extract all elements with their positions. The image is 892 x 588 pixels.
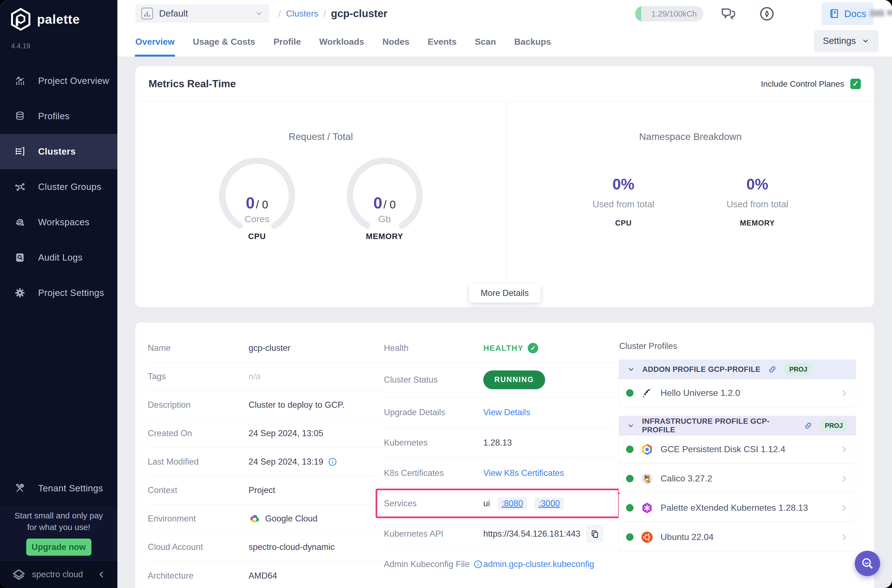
cpu-gauge: 0 / 0 Cores CPU	[212, 150, 303, 241]
copy-api-button[interactable]	[587, 525, 603, 543]
cluster-name-value: gcp-cluster	[249, 343, 291, 353]
tab-nodes[interactable]: Nodes	[383, 27, 410, 57]
tab-usage-costs[interactable]: Usage & Costs	[193, 27, 255, 57]
project-overview-icon	[14, 75, 26, 86]
memory-gauge: 0 / 0 Gb MEMORY	[339, 150, 430, 241]
tab-profile[interactable]: Profile	[273, 27, 301, 57]
sidebar-item-audit-logs[interactable]: Audit Logs	[0, 240, 117, 275]
pack-status-dot	[626, 533, 634, 541]
chevron-down-icon	[255, 9, 263, 18]
sidebar-item-project-settings[interactable]: Project Settings	[0, 275, 117, 310]
service-port-3000-link[interactable]: :3000	[535, 498, 564, 510]
link-icon[interactable]	[803, 421, 813, 430]
tab-scan[interactable]: Scan	[475, 27, 496, 57]
spectro-cloud-label: spectro cloud	[32, 570, 92, 579]
link-icon[interactable]	[768, 364, 777, 374]
status-row-services: Services ui :8080 :3000	[384, 488, 616, 519]
namespace-cpu-caption: Used from total	[582, 199, 665, 210]
breadcrumb-current: gcp-cluster	[331, 8, 387, 20]
healthy-check-icon: ✓	[528, 343, 538, 353]
gear-icon	[14, 287, 26, 298]
more-details-button[interactable]: More Details	[469, 284, 541, 303]
tab-events[interactable]: Events	[428, 27, 457, 57]
sidebar-item-tenant-settings[interactable]: Tenant Settings	[0, 471, 117, 506]
tab-workloads[interactable]: Workloads	[319, 27, 364, 57]
tab-backups[interactable]: Backups	[514, 27, 551, 57]
clusters-icon	[14, 146, 26, 157]
kubeconfig-file-link[interactable]: admin.gcp-cluster.kubeconfig	[483, 559, 594, 569]
cluster-status-column: Health HEALTHY ✓ Cluster Status RUNNING …	[384, 334, 616, 579]
profile-pack-ubuntu[interactable]: Ubuntu 22.04	[619, 524, 856, 551]
upgrade-now-button[interactable]: Upgrade now	[26, 538, 92, 556]
breadcrumb-separator: /	[323, 8, 326, 19]
pack-name: Palette eXtended Kubernetes 1.28.13	[661, 503, 832, 513]
cpu-used-value: 0	[246, 194, 255, 212]
docs-label: Docs	[844, 8, 866, 20]
status-row-admin-kubeconfig: Admin Kubeconfig File admin.gcp-cluster.…	[384, 549, 616, 579]
cluster-profiles-title: Cluster Profiles	[619, 341, 856, 351]
project-selector[interactable]: Default	[135, 4, 269, 22]
tab-overview[interactable]: Overview	[135, 27, 174, 57]
copy-icon	[590, 529, 599, 538]
upgrade-promo: Start small and only pay for what you us…	[0, 506, 117, 560]
environment-value: Google Cloud	[265, 514, 318, 524]
service-name: ui	[483, 498, 490, 508]
view-k8s-certificates-link[interactable]: View K8s Certificates	[483, 468, 564, 478]
cluster-info-column: Name gcp-cluster Tags n/a Description Cl…	[148, 334, 385, 588]
view-details-link[interactable]: View Details	[483, 408, 530, 417]
settings-button[interactable]: Settings	[814, 30, 878, 51]
sidebar-item-profiles[interactable]: Profiles	[0, 99, 117, 134]
sidebar-item-project-overview[interactable]: Project Overview	[0, 63, 117, 99]
promo-text-line2: for what you use!	[27, 523, 90, 532]
info-icon[interactable]	[328, 457, 337, 466]
detail-row-name: Name gcp-cluster	[148, 334, 385, 363]
calico-icon	[641, 472, 653, 485]
infrastructure-profile-header[interactable]: INFRASTRUCTURE PROFILE GCP-PROFILE PROJ	[619, 416, 856, 436]
kubernetes-version-value: 1.28.13	[483, 438, 512, 448]
health-status-value: HEALTHY	[483, 344, 523, 353]
support-search-fab[interactable]	[855, 551, 880, 576]
tags-value: n/a	[249, 372, 260, 381]
compass-icon[interactable]	[758, 5, 776, 22]
sidebar: palette 4.4.19 Project Overview Profiles	[0, 0, 117, 588]
pack-status-dot	[626, 475, 634, 482]
status-row-kubernetes: Kubernetes 1.28.13	[384, 428, 616, 458]
chevron-down-icon	[861, 37, 869, 45]
sidebar-item-clusters[interactable]: Clusters	[0, 134, 117, 169]
book-icon	[829, 8, 840, 20]
sidebar-item-workspaces[interactable]: Workspaces	[0, 204, 117, 240]
brand-name: palette	[37, 12, 80, 27]
info-icon[interactable]	[473, 560, 483, 569]
cluster-groups-icon	[14, 182, 26, 192]
running-status-badge: RUNNING	[483, 370, 545, 389]
profile-pack-pxk[interactable]: Palette eXtended Kubernetes 1.28.13	[619, 494, 856, 522]
usage-quota-pill[interactable]: 1.29/100kCh	[635, 6, 703, 21]
namespace-breakdown-title: Namespace Breakdown	[507, 131, 874, 142]
topbar: Default / Clusters / gcp-cluster 1.29/10…	[117, 0, 892, 57]
sidebar-item-label: Tenant Settings	[38, 483, 103, 494]
service-port-8080-link[interactable]: :8080	[498, 498, 527, 510]
docs-button[interactable]: Docs	[821, 2, 874, 26]
app-version: 4.4.19	[0, 31, 117, 50]
pack-name: Ubuntu 22.04	[661, 532, 832, 542]
chat-icon[interactable]	[719, 5, 737, 22]
palette-logo-icon	[10, 8, 32, 31]
user-menu[interactable]	[870, 10, 892, 16]
pack-name: GCE Persistent Disk CSI 1.12.4	[661, 444, 832, 454]
addon-profile-header[interactable]: ADDON PROFILE GCP-PROFILE PROJ	[619, 359, 856, 379]
infrastructure-profile-name: INFRASTRUCTURE PROFILE GCP-PROFILE	[642, 417, 796, 434]
cpu-unit: Cores	[212, 214, 303, 224]
google-cloud-icon	[249, 514, 261, 524]
cpu-total-value: / 0	[256, 198, 268, 211]
cluster-profiles-column: Cluster Profiles ADDON PROFILE GCP-PROFI…	[619, 334, 856, 553]
profile-pack-gce-disk[interactable]: GCE Persistent Disk CSI 1.12.4	[619, 436, 856, 463]
breadcrumb-clusters-link[interactable]: Clusters	[286, 9, 318, 19]
kubernetes-api-value: https://34.54.126.181:443	[483, 529, 581, 539]
profile-pack-hello-universe[interactable]: Hello Universe 1.2.0	[619, 379, 856, 407]
collapse-sidebar-icon[interactable]	[97, 570, 106, 579]
sidebar-item-cluster-groups[interactable]: Cluster Groups	[0, 169, 117, 204]
ubuntu-icon	[641, 531, 653, 543]
include-control-planes-checkbox[interactable]: ✓	[850, 79, 861, 89]
profile-pack-calico[interactable]: Calico 3.27.2	[619, 465, 856, 492]
spectro-cloud-logo	[11, 567, 27, 582]
